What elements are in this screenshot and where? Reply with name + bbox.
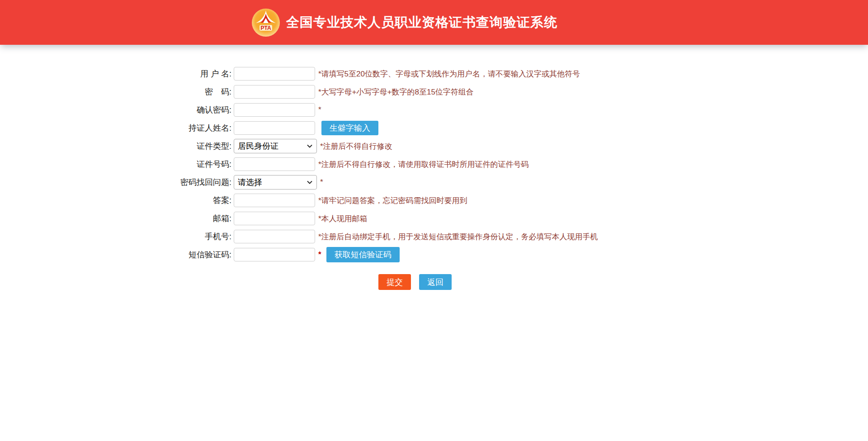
answer-hint: *请牢记问题答案，忘记密码需找回时要用到 [318, 195, 467, 206]
form-row-cert-number: 证件号码: *注册后不得自行修改，请使用取得证书时所用证件的证件号码 [143, 155, 868, 173]
cert-type-select[interactable]: 居民身份证 [234, 139, 317, 153]
username-hint: *请填写5至20位数字、字母或下划线作为用户名，请不要输入汉字或其他符号 [318, 69, 580, 79]
answer-input[interactable] [234, 194, 315, 207]
form-row-username: 用 户 名: *请填写5至20位数字、字母或下划线作为用户名，请不要输入汉字或其… [143, 65, 868, 83]
sms-code-label: 短信验证码: [143, 249, 233, 260]
submit-button[interactable]: 提交 [378, 274, 411, 290]
username-input[interactable] [234, 67, 315, 81]
password-label: 密 码: [143, 86, 233, 97]
form-row-sms-code: 短信验证码: * 获取短信验证码 [143, 246, 868, 264]
holder-name-input[interactable] [234, 121, 315, 135]
sms-code-required-mark: * [318, 250, 321, 259]
rare-character-input-button[interactable]: 生僻字输入 [321, 121, 378, 135]
confirm-password-label: 确认密码: [143, 104, 233, 115]
mobile-hint: *注册后自动绑定手机，用于发送短信或重要操作身份认定，务必填写本人现用手机 [318, 232, 598, 242]
holder-name-label: 持证人姓名: [143, 123, 233, 133]
pta-logo-icon: PTA [251, 8, 280, 37]
form-row-recovery-question: 密码找回问题: 请选择 * [143, 173, 868, 191]
back-button[interactable]: 返回 [419, 274, 452, 290]
password-hint: *大写字母+小写字母+数字的8至15位字符组合 [318, 87, 474, 97]
svg-text:PTA: PTA [260, 25, 271, 31]
form-row-email: 邮箱: *本人现用邮箱 [143, 209, 868, 228]
email-input[interactable] [234, 212, 315, 225]
confirm-password-input[interactable] [234, 103, 315, 117]
form-row-answer: 答案: *请牢记问题答案，忘记密码需找回时要用到 [143, 191, 868, 209]
email-hint: *本人现用邮箱 [318, 213, 368, 224]
registration-form: 用 户 名: *请填写5至20位数字、字母或下划线作为用户名，请不要输入汉字或其… [143, 65, 868, 290]
form-row-cert-type: 证件类型: 居民身份证 *注册后不得自行修改 [143, 137, 868, 155]
cert-type-label: 证件类型: [143, 141, 233, 152]
username-label: 用 户 名: [143, 68, 233, 79]
sms-code-input[interactable] [234, 248, 315, 261]
chevron-down-icon [307, 143, 313, 149]
recovery-question-label: 密码找回问题: [143, 177, 233, 188]
answer-label: 答案: [143, 195, 233, 206]
cert-type-hint: *注册后不得自行修改 [320, 141, 392, 152]
cert-type-selected-value: 居民身份证 [238, 141, 307, 152]
recovery-question-hint: * [320, 178, 323, 187]
mobile-input[interactable] [234, 230, 315, 243]
cert-number-label: 证件号码: [143, 159, 233, 170]
form-actions: 提交 返回 [378, 274, 868, 290]
password-input[interactable] [234, 85, 315, 99]
form-row-mobile: 手机号: *注册后自动绑定手机，用于发送短信或重要操作身份认定，务必填写本人现用… [143, 228, 868, 246]
header-content: PTA 全国专业技术人员职业资格证书查询验证系统 [251, 0, 557, 45]
mobile-label: 手机号: [143, 231, 233, 242]
page-title: 全国专业技术人员职业资格证书查询验证系统 [286, 14, 557, 32]
recovery-question-selected-value: 请选择 [238, 177, 307, 188]
get-sms-code-button[interactable]: 获取短信验证码 [326, 247, 400, 262]
email-label: 邮箱: [143, 213, 233, 224]
form-row-password: 密 码: *大写字母+小写字母+数字的8至15位字符组合 [143, 83, 868, 101]
form-row-confirm-password: 确认密码: * [143, 101, 868, 119]
form-row-holder-name: 持证人姓名: 生僻字输入 [143, 119, 868, 137]
cert-number-hint: *注册后不得自行修改，请使用取得证书时所用证件的证件号码 [318, 159, 529, 170]
app-header: PTA 全国专业技术人员职业资格证书查询验证系统 [0, 0, 868, 45]
confirm-password-hint: * [318, 105, 321, 114]
chevron-down-icon [307, 179, 313, 185]
recovery-question-select[interactable]: 请选择 [234, 175, 317, 190]
cert-number-input[interactable] [234, 157, 315, 171]
